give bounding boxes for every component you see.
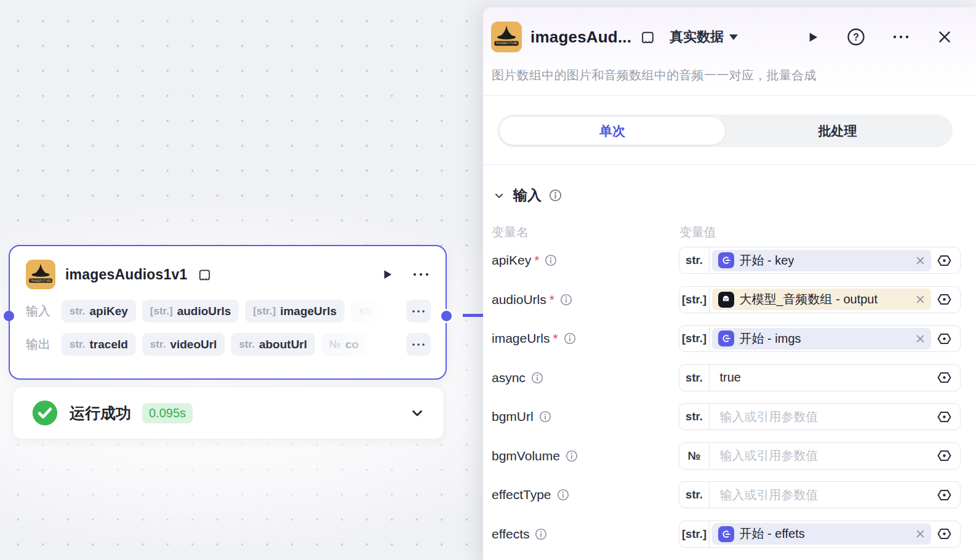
param-name: bgmVolume (492, 449, 560, 463)
workflow-node-card[interactable]: TRAMEFUTURE imagesAudios1v1 输入 (9, 245, 447, 380)
param-value-input[interactable]: str. 开始 - key (679, 247, 961, 274)
param-value-input[interactable]: str. 输入或引用参数值 (679, 481, 961, 508)
run-status-label: 运行成功 (70, 403, 131, 423)
data-mode-dropdown[interactable]: 真实数据 (670, 28, 738, 46)
node-header: TRAMEFUTURE imagesAudios1v1 (10, 246, 446, 289)
run-status-card[interactable]: 运行成功 0.095s (12, 386, 444, 439)
node-run-button[interactable] (380, 268, 394, 281)
reference-text: 大模型_音频数组 - output (740, 291, 878, 308)
inputs-more-button[interactable] (406, 300, 431, 322)
required-asterisk: * (534, 253, 539, 268)
param-value-placeholder: 输入或引用参数值 (712, 409, 818, 425)
type-badge: № (679, 443, 710, 469)
svg-text:TRAMEFUTURE: TRAMEFUTURE (495, 42, 518, 45)
node-config-panel: TRAMEFUTURE imagesAud... 真实数据 ? (483, 7, 976, 560)
param-pill: str.apiKey (62, 300, 136, 322)
start-node-icon (718, 252, 734, 268)
more-icon[interactable] (892, 34, 910, 40)
params-list: apiKey* str. 开始 - key audioUrls* (492, 247, 961, 559)
tab-single[interactable]: 单次 (500, 117, 725, 145)
param-value-placeholder: 输入或引用参数值 (712, 447, 818, 464)
info-icon[interactable] (545, 254, 557, 266)
svg-text:TRAMEFUTURE: TRAMEFUTURE (30, 279, 52, 282)
reference-toggle-icon[interactable] (931, 409, 958, 425)
close-icon[interactable] (937, 29, 953, 45)
param-value-placeholder: 输入或引用参数值 (712, 487, 818, 503)
type-badge: str. (679, 482, 710, 508)
reference-toggle-icon[interactable] (931, 370, 958, 385)
reference-toggle-icon[interactable] (931, 526, 958, 542)
node-input-pills: str.apiKey [str.]audioUrls [str.]imageUr… (62, 300, 394, 322)
param-row: async str. true (492, 364, 961, 391)
reference-tag: 开始 - key (712, 250, 931, 271)
info-icon[interactable] (566, 450, 578, 462)
param-value-text: true (712, 370, 741, 385)
node-more-button[interactable] (412, 271, 430, 278)
param-pill: str.traceId (62, 333, 136, 356)
reference-toggle-icon[interactable] (931, 448, 958, 463)
llm-node-icon (718, 292, 734, 308)
remove-reference-icon[interactable] (912, 295, 925, 304)
param-pill: [str.]audioUrls (142, 300, 239, 322)
tab-batch[interactable]: 批处理 (725, 117, 950, 145)
info-icon[interactable] (539, 410, 551, 423)
expand-chevron-icon[interactable] (409, 405, 425, 421)
node-brand-icon: TRAMEFUTURE (491, 22, 522, 52)
param-row: apiKey* str. 开始 - key (492, 247, 961, 274)
divider (483, 164, 976, 165)
type-badge: str. (679, 404, 710, 430)
reference-text: 开始 - key (740, 252, 794, 269)
remove-reference-icon[interactable] (912, 334, 925, 343)
node-outputs-row: 输出 str.traceId str.videoUrl str.aboutUrl… (26, 333, 446, 356)
remove-reference-icon[interactable] (912, 256, 925, 265)
required-asterisk: * (550, 292, 554, 307)
node-inputs-label: 输入 (26, 303, 62, 319)
info-icon[interactable] (560, 294, 572, 306)
info-icon[interactable] (557, 489, 569, 501)
type-badge: [str.] (679, 287, 710, 313)
help-icon[interactable]: ? (847, 28, 865, 46)
param-value-input[interactable]: [str.] 开始 - effets (679, 521, 961, 548)
info-icon[interactable] (535, 528, 547, 540)
node-brand-icon: TRAMEFUTURE (26, 260, 55, 289)
reference-text: 开始 - imgs (740, 330, 801, 347)
param-name: async (492, 370, 526, 385)
info-icon[interactable] (549, 189, 562, 202)
panel-title: imagesAud... (530, 28, 631, 47)
divider (483, 95, 976, 96)
param-name: apiKey (492, 253, 531, 268)
outputs-more-button[interactable] (406, 333, 431, 356)
type-badge: [str.] (679, 326, 710, 351)
param-pill: str.aboutUrl (231, 333, 315, 356)
param-value-input[interactable]: str. true (679, 364, 961, 391)
store-icon (640, 30, 655, 45)
connection-edge (463, 314, 483, 317)
reference-toggle-icon[interactable] (931, 253, 958, 268)
success-check-icon (31, 399, 58, 426)
param-value-input[interactable]: str. 输入或引用参数值 (679, 403, 961, 430)
start-node-icon (718, 330, 734, 346)
param-pill: str. (351, 300, 387, 322)
reference-text: 开始 - effets (740, 526, 805, 542)
param-name: bgmUrl (492, 409, 534, 424)
info-icon[interactable] (531, 372, 543, 384)
param-value-input[interactable]: № 输入或引用参数值 (679, 442, 961, 470)
param-pill: str.videoUrl (142, 333, 225, 356)
param-value-input[interactable]: [str.] 大模型_音频数组 - output (679, 286, 961, 313)
reference-toggle-icon[interactable] (931, 292, 958, 307)
info-icon[interactable] (564, 332, 576, 345)
panel-run-button[interactable] (806, 30, 820, 44)
param-name: effectType (492, 487, 551, 502)
node-description: 图片数组中的图片和音频数组中的音频一一对应，批量合成 (483, 52, 976, 84)
collapse-chevron-icon[interactable] (492, 189, 506, 202)
param-value-input[interactable]: [str.] 开始 - imgs (679, 325, 961, 352)
panel-header: TRAMEFUTURE imagesAud... 真实数据 ? (483, 7, 976, 52)
reference-toggle-icon[interactable] (931, 331, 958, 346)
node-output-port[interactable] (441, 311, 452, 321)
param-row: effectType str. 输入或引用参数值 (492, 481, 961, 508)
param-row: imageUrls* [str.] 开始 - imgs (492, 325, 961, 352)
remove-reference-icon[interactable] (912, 529, 925, 538)
node-input-port[interactable] (4, 311, 14, 321)
reference-toggle-icon[interactable] (931, 487, 958, 503)
chevron-down-icon (729, 34, 738, 40)
